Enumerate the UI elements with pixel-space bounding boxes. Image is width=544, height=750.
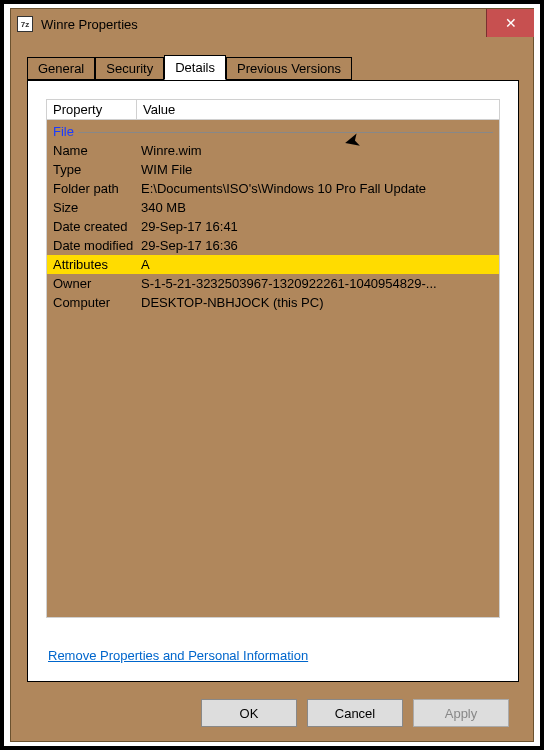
property-row[interactable]: ComputerDESKTOP-NBHJOCK (this PC) [47, 293, 499, 312]
column-header-value[interactable]: Value [137, 100, 499, 119]
property-name: Type [47, 160, 141, 179]
property-row[interactable]: AttributesA [47, 255, 499, 274]
property-value: Winre.wim [141, 141, 499, 160]
tab-details[interactable]: Details [164, 55, 226, 80]
tab-security[interactable]: Security [95, 57, 164, 80]
dialog-buttons: OK Cancel Apply [11, 699, 533, 727]
tab-strip: General Security Details Previous Versio… [27, 55, 352, 80]
property-name: Computer [47, 293, 141, 312]
remove-properties-link[interactable]: Remove Properties and Personal Informati… [48, 648, 308, 663]
property-name: Size [47, 198, 141, 217]
properties-window: 7z Winre Properties ✕ General Security D… [10, 8, 534, 742]
property-value: E:\Documents\ISO's\Windows 10 Pro Fall U… [141, 179, 499, 198]
cancel-button[interactable]: Cancel [307, 699, 403, 727]
property-value: DESKTOP-NBHJOCK (this PC) [141, 293, 499, 312]
ok-button[interactable]: OK [201, 699, 297, 727]
property-value: 29-Sep-17 16:41 [141, 217, 499, 236]
property-value: S-1-5-21-3232503967-1320922261-104095482… [141, 274, 499, 293]
grid-header[interactable]: Property Value [46, 99, 500, 120]
tab-general[interactable]: General [27, 57, 95, 80]
property-name: Attributes [47, 255, 141, 274]
property-name: Folder path [47, 179, 141, 198]
property-name: Name [47, 141, 141, 160]
window-title: Winre Properties [41, 17, 138, 32]
property-value: 340 MB [141, 198, 499, 217]
property-name: Owner [47, 274, 141, 293]
property-row[interactable]: OwnerS-1-5-21-3232503967-1320922261-1040… [47, 274, 499, 293]
property-name: Date created [47, 217, 141, 236]
section-file: File [47, 120, 499, 141]
property-value: 29-Sep-17 16:36 [141, 236, 499, 255]
property-row[interactable]: Folder pathE:\Documents\ISO's\Windows 10… [47, 179, 499, 198]
apply-button: Apply [413, 699, 509, 727]
property-row[interactable]: TypeWIM File [47, 160, 499, 179]
close-icon: ✕ [505, 15, 517, 31]
property-name: Date modified [47, 236, 141, 255]
grid-body[interactable]: File NameWinre.wimTypeWIM FileFolder pat… [46, 120, 500, 618]
property-row[interactable]: Size340 MB [47, 198, 499, 217]
column-header-property[interactable]: Property [47, 100, 137, 119]
details-panel: Property Value File NameWinre.wimTypeWIM… [27, 80, 519, 682]
property-value: A [141, 255, 499, 274]
property-row[interactable]: NameWinre.wim [47, 141, 499, 160]
app-icon: 7z [17, 16, 33, 32]
titlebar[interactable]: 7z Winre Properties ✕ [11, 9, 533, 39]
close-button[interactable]: ✕ [486, 9, 534, 37]
property-value: WIM File [141, 160, 499, 179]
property-row[interactable]: Date created29-Sep-17 16:41 [47, 217, 499, 236]
property-row[interactable]: Date modified29-Sep-17 16:36 [47, 236, 499, 255]
tab-previous-versions[interactable]: Previous Versions [226, 57, 352, 80]
